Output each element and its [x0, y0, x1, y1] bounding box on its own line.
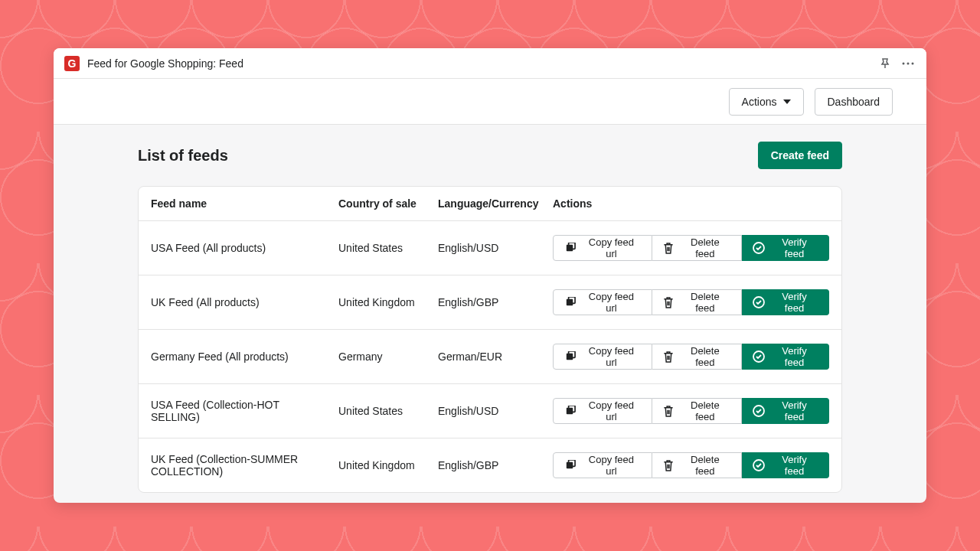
- feeds-table: Feed name Country of sale Language/Curre…: [138, 186, 842, 493]
- page-header: List of feeds Create feed: [138, 142, 842, 169]
- feed-language: English/USD: [438, 405, 553, 417]
- feed-country: United Kingdom: [338, 296, 438, 308]
- svg-point-1: [907, 62, 910, 64]
- delete-feed-button[interactable]: Delete feed: [652, 235, 742, 261]
- feed-country: United States: [338, 405, 438, 417]
- copy-label: Copy feed url: [582, 236, 641, 259]
- app-logo: G: [64, 56, 80, 71]
- feed-language: German/EUR: [438, 350, 553, 363]
- table-row: UK Feed (Collection-SUMMER COLLECTION)Un…: [139, 439, 841, 492]
- trash-icon: [663, 460, 674, 471]
- svg-rect-12: [567, 407, 573, 413]
- table-row: USA Feed (All products)United StatesEngl…: [139, 221, 841, 276]
- feed-name: UK Feed (All products): [151, 296, 338, 308]
- svg-rect-3: [567, 244, 573, 250]
- delete-feed-button[interactable]: Delete feed: [652, 344, 742, 370]
- copy-feed-url-button[interactable]: Copy feed url: [553, 289, 652, 315]
- actions-dropdown[interactable]: Actions: [729, 88, 804, 116]
- feed-actions: Copy feed urlDelete feedVerify feed: [553, 235, 829, 261]
- create-feed-button[interactable]: Create feed: [758, 142, 842, 169]
- feed-actions: Copy feed urlDelete feedVerify feed: [553, 398, 829, 424]
- actions-label: Actions: [742, 96, 777, 108]
- trash-icon: [663, 406, 674, 417]
- copy-label: Copy feed url: [582, 454, 641, 477]
- feed-actions: Copy feed urlDelete feedVerify feed: [553, 344, 829, 370]
- feed-actions: Copy feed urlDelete feedVerify feed: [553, 452, 829, 478]
- table-row: USA Feed (Collection-HOT SELLING)United …: [139, 384, 841, 439]
- check-circle-icon: [753, 405, 765, 417]
- svg-rect-15: [567, 461, 573, 468]
- feed-language: English/GBP: [438, 296, 553, 308]
- feed-language: English/USD: [438, 242, 553, 254]
- copy-label: Copy feed url: [582, 291, 641, 314]
- delete-label: Delete feed: [680, 291, 730, 314]
- copy-icon: [564, 460, 576, 471]
- page-title: List of feeds: [138, 147, 228, 165]
- verify-label: Verify feed: [771, 454, 818, 477]
- feed-country: United States: [338, 242, 438, 254]
- copy-feed-url-button[interactable]: Copy feed url: [553, 344, 652, 370]
- dashboard-label: Dashboard: [828, 96, 880, 108]
- create-feed-label: Create feed: [771, 149, 829, 161]
- svg-point-0: [903, 62, 905, 64]
- app-window: G Feed for Google Shopping: Feed Actions…: [54, 48, 926, 503]
- check-circle-icon: [753, 350, 765, 363]
- feed-name: Germany Feed (All products): [151, 350, 338, 363]
- titlebar: G Feed for Google Shopping: Feed: [54, 48, 926, 79]
- verify-label: Verify feed: [771, 291, 818, 314]
- copy-feed-url-button[interactable]: Copy feed url: [553, 398, 652, 424]
- verify-label: Verify feed: [771, 345, 818, 368]
- delete-label: Delete feed: [680, 399, 730, 422]
- content: List of feeds Create feed Feed name Coun…: [54, 125, 926, 493]
- delete-feed-button[interactable]: Delete feed: [652, 289, 742, 315]
- check-circle-icon: [753, 296, 765, 308]
- copy-feed-url-button[interactable]: Copy feed url: [553, 452, 652, 478]
- copy-label: Copy feed url: [582, 399, 641, 422]
- copy-icon: [564, 351, 576, 363]
- copy-label: Copy feed url: [582, 345, 641, 368]
- trash-icon: [663, 243, 674, 254]
- table-row: UK Feed (All products)United KingdomEngl…: [139, 276, 841, 330]
- svg-point-2: [912, 62, 914, 64]
- check-circle-icon: [753, 459, 765, 471]
- delete-feed-button[interactable]: Delete feed: [652, 398, 742, 424]
- copy-icon: [564, 406, 576, 417]
- chevron-down-icon: [783, 99, 791, 104]
- check-circle-icon: [753, 242, 765, 254]
- verify-feed-button[interactable]: Verify feed: [742, 344, 829, 370]
- feed-country: United Kingdom: [338, 459, 438, 471]
- header-actions: Actions: [553, 197, 829, 210]
- feed-country: Germany: [338, 350, 438, 363]
- feed-name: USA Feed (Collection-HOT SELLING): [151, 399, 338, 423]
- verify-feed-button[interactable]: Verify feed: [742, 452, 829, 478]
- table-header: Feed name Country of sale Language/Curre…: [139, 187, 841, 221]
- pin-icon[interactable]: [877, 56, 893, 71]
- header-country: Country of sale: [338, 197, 438, 210]
- delete-label: Delete feed: [680, 236, 730, 259]
- verify-label: Verify feed: [771, 236, 818, 259]
- feed-actions: Copy feed urlDelete feedVerify feed: [553, 289, 829, 315]
- verify-feed-button[interactable]: Verify feed: [742, 235, 829, 261]
- copy-icon: [564, 243, 576, 254]
- svg-rect-9: [567, 353, 573, 359]
- delete-label: Delete feed: [680, 345, 730, 368]
- copy-feed-url-button[interactable]: Copy feed url: [553, 235, 652, 261]
- logo-letter: G: [68, 57, 77, 70]
- svg-rect-6: [567, 298, 573, 305]
- delete-label: Delete feed: [680, 454, 730, 477]
- verify-label: Verify feed: [771, 399, 818, 422]
- verify-feed-button[interactable]: Verify feed: [742, 398, 829, 424]
- copy-icon: [564, 297, 576, 308]
- header-language: Language/Currency: [438, 197, 553, 210]
- dashboard-button[interactable]: Dashboard: [815, 88, 893, 116]
- delete-feed-button[interactable]: Delete feed: [652, 452, 742, 478]
- verify-feed-button[interactable]: Verify feed: [742, 289, 829, 315]
- header-feed-name: Feed name: [151, 197, 338, 210]
- toolbar: Actions Dashboard: [54, 79, 926, 125]
- app-title: Feed for Google Shopping: Feed: [87, 57, 243, 70]
- table-row: Germany Feed (All products)GermanyGerman…: [139, 330, 841, 384]
- feed-language: English/GBP: [438, 459, 553, 471]
- more-icon[interactable]: [900, 56, 916, 71]
- feed-name: USA Feed (All products): [151, 242, 338, 254]
- trash-icon: [663, 297, 674, 308]
